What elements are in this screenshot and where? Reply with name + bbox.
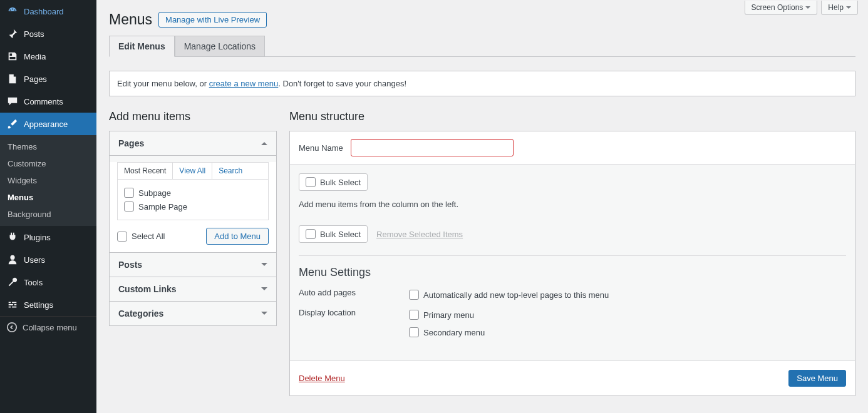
sidebar-item-tools[interactable]: Tools [0, 271, 96, 293]
display-location-label: Display location [299, 308, 409, 317]
sidebar-item-label: Pages [24, 74, 47, 84]
caret-down-icon [261, 263, 267, 269]
live-preview-button[interactable]: Manage with Live Preview [158, 12, 267, 28]
checkbox-secondary-menu[interactable] [409, 327, 419, 337]
tab-search[interactable]: Search [212, 163, 249, 179]
sidebar-item-settings[interactable]: Settings [0, 293, 96, 316]
page-icon [6, 73, 19, 85]
caret-down-icon [846, 6, 851, 11]
sidebar-item-users[interactable]: Users [0, 248, 96, 271]
tab-manage-locations[interactable]: Manage Locations [175, 36, 265, 57]
add-items-heading: Add menu items [109, 110, 277, 123]
tab-edit-menus[interactable]: Edit Menus [109, 36, 175, 57]
sidebar-item-label: Dashboard [24, 7, 64, 16]
page-item-label: Subpage [138, 188, 171, 198]
submenu-widgets[interactable]: Widgets [0, 172, 96, 189]
pin-icon [6, 28, 19, 40]
caret-down-icon [805, 6, 810, 11]
save-menu-button[interactable]: Save Menu [788, 370, 846, 387]
media-icon [6, 50, 19, 63]
sidebar-item-plugins[interactable]: Plugins [0, 226, 96, 248]
collapse-icon [6, 322, 18, 333]
remove-selected-link[interactable]: Remove Selected Items [376, 230, 463, 239]
submenu-themes[interactable]: Themes [0, 138, 96, 155]
sidebar-item-label: Settings [24, 300, 53, 310]
caret-up-icon [261, 139, 267, 145]
add-items-accordion: Pages Most Recent View All Search Subpag… [109, 131, 277, 326]
bulk-select-top[interactable]: Bulk Select [299, 173, 368, 191]
sidebar-item-posts[interactable]: Posts [0, 23, 96, 45]
submenu-menus[interactable]: Menus [0, 189, 96, 206]
delete-menu-link[interactable]: Delete Menu [299, 374, 345, 383]
auto-add-label: Auto add pages [299, 288, 409, 297]
panel-categories-header[interactable]: Categories [110, 302, 276, 325]
menu-structure-heading: Menu structure [289, 110, 855, 123]
sidebar-item-label: Posts [24, 29, 44, 39]
submenu-customize[interactable]: Customize [0, 155, 96, 172]
sidebar-item-appearance[interactable]: Appearance [0, 113, 96, 135]
sidebar-item-media[interactable]: Media [0, 45, 96, 68]
create-menu-link[interactable]: create a new menu [209, 79, 279, 88]
primary-menu-label: Primary menu [423, 310, 474, 320]
tab-view-all[interactable]: View All [173, 163, 212, 179]
sidebar-item-comments[interactable]: Comments [0, 90, 96, 113]
secondary-menu-label: Secondary menu [423, 328, 485, 337]
bulk-select-bottom[interactable]: Bulk Select [299, 225, 368, 243]
sidebar-item-pages[interactable]: Pages [0, 68, 96, 90]
screen-options-button[interactable]: Screen Options [745, 1, 818, 15]
checkbox-bulk-top[interactable] [306, 177, 316, 187]
checkbox-subpage[interactable] [124, 188, 134, 198]
sidebar-item-dashboard[interactable]: Dashboard [0, 0, 96, 23]
menu-name-input[interactable] [351, 139, 514, 156]
checkbox-primary-menu[interactable] [409, 310, 419, 320]
comment-icon [6, 95, 19, 108]
dashboard-icon [6, 5, 19, 18]
page-item-label: Sample Page [138, 202, 187, 212]
sidebar-item-label: Plugins [24, 233, 51, 242]
panel-posts-header[interactable]: Posts [110, 253, 276, 277]
auto-add-option-label: Automatically add new top-level pages to… [423, 290, 609, 300]
empty-menu-message: Add menu items from the column on the le… [299, 200, 846, 209]
brush-icon [6, 118, 19, 130]
checkbox-auto-add[interactable] [409, 290, 419, 300]
collapse-label: Collapse menu [23, 323, 77, 332]
tab-most-recent[interactable]: Most Recent [118, 163, 173, 179]
sidebar-item-label: Appearance [24, 120, 68, 129]
select-all-label: Select All [132, 232, 165, 241]
sliders-icon [6, 298, 19, 311]
wrench-icon [6, 276, 19, 288]
help-button[interactable]: Help [821, 1, 858, 15]
main-content: Screen Options Help Menus Manage with Li… [96, 0, 868, 413]
sidebar-item-label: Users [24, 255, 45, 265]
collapse-menu[interactable]: Collapse menu [0, 316, 96, 338]
page-title: Menus [109, 11, 152, 28]
admin-sidebar: Dashboard Posts Media Pages Comments App… [0, 0, 96, 413]
plug-icon [6, 231, 19, 243]
submenu-background[interactable]: Background [0, 206, 96, 223]
svg-point-0 [8, 323, 16, 332]
menu-name-label: Menu Name [299, 143, 343, 153]
menu-settings-heading: Menu Settings [299, 266, 846, 279]
add-to-menu-button[interactable]: Add to Menu [206, 228, 269, 245]
panel-custom-links-header[interactable]: Custom Links [110, 277, 276, 302]
caret-down-icon [261, 287, 267, 293]
panel-pages-header[interactable]: Pages [110, 131, 276, 156]
user-icon [6, 253, 19, 266]
checkbox-sample-page[interactable] [124, 201, 134, 212]
sidebar-item-label: Tools [24, 278, 43, 287]
sidebar-item-label: Comments [24, 97, 63, 106]
sidebar-item-label: Media [24, 52, 46, 61]
checkbox-select-all[interactable] [117, 232, 127, 242]
edit-notice: Edit your menu below, or create a new me… [109, 71, 855, 96]
checkbox-bulk-bottom[interactable] [306, 229, 316, 239]
appearance-submenu: Themes Customize Widgets Menus Backgroun… [0, 135, 96, 226]
caret-down-icon [261, 312, 267, 318]
